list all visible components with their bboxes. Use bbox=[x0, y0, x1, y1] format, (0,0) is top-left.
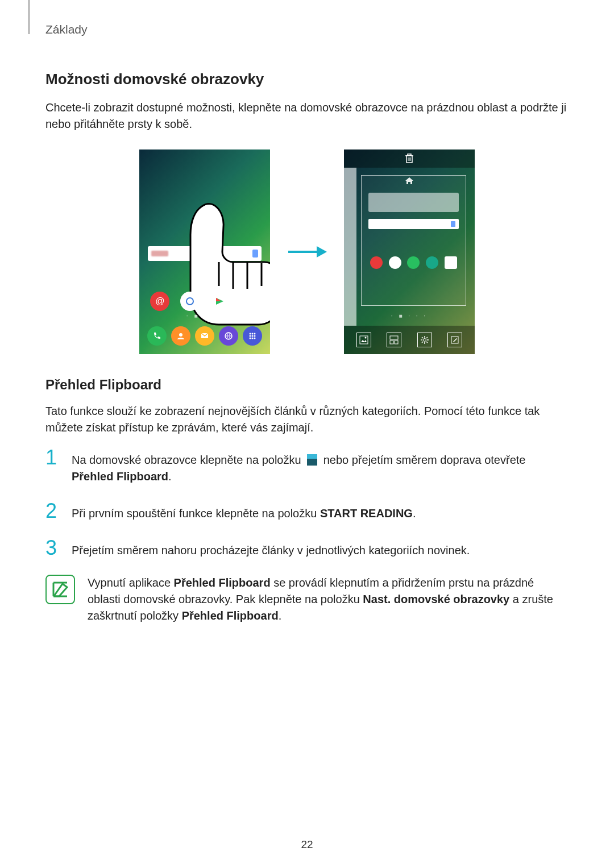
figure-row: @ · ■ · · · bbox=[45, 149, 569, 354]
svg-point-12 bbox=[250, 338, 251, 339]
edit-page-icon bbox=[447, 333, 462, 347]
svg-point-29 bbox=[423, 339, 426, 342]
svg-point-3 bbox=[179, 333, 182, 337]
step-1: 1 Na domovské obrazovce klepněte na polo… bbox=[45, 447, 569, 485]
adjacent-page-peek bbox=[344, 168, 356, 326]
svg-rect-23 bbox=[360, 336, 368, 344]
svg-point-11 bbox=[254, 335, 256, 337]
svg-point-7 bbox=[252, 333, 254, 335]
settings-icon bbox=[417, 333, 432, 347]
svg-marker-24 bbox=[361, 340, 367, 342]
step-number: 2 bbox=[45, 501, 61, 521]
step-3-text: Přejetím směrem nahoru procházejte článk… bbox=[72, 538, 470, 559]
svg-line-37 bbox=[422, 342, 423, 343]
home-page-thumbnail bbox=[361, 175, 466, 306]
widgets-icon bbox=[387, 333, 401, 347]
page-indicator: · ■ · · · bbox=[344, 313, 475, 319]
note-block: Vypnutí aplikace Přehled Flipboard se pr… bbox=[45, 575, 569, 624]
wallpapers-icon bbox=[356, 333, 371, 347]
svg-point-9 bbox=[250, 335, 251, 337]
svg-point-14 bbox=[254, 338, 256, 339]
step-number: 3 bbox=[45, 538, 61, 558]
phone-icon bbox=[147, 326, 167, 346]
page-number: 22 bbox=[0, 838, 614, 851]
manual-page: Základy Možnosti domovské obrazovky Chce… bbox=[0, 0, 614, 624]
apps-icon bbox=[243, 326, 262, 346]
step-number: 1 bbox=[45, 447, 61, 468]
app-icon-row-1: @ bbox=[145, 292, 264, 311]
svg-point-10 bbox=[252, 335, 254, 337]
app-icon bbox=[180, 292, 200, 311]
edit-topbar bbox=[344, 149, 475, 168]
breadcrumb: Základy bbox=[45, 23, 569, 36]
svg-point-25 bbox=[364, 337, 366, 339]
section1-paragraph: Chcete-li zobrazit dostupné možnosti, kl… bbox=[45, 99, 569, 132]
svg-rect-26 bbox=[390, 336, 398, 339]
svg-line-36 bbox=[426, 337, 428, 338]
section-title-home-options: Možnosti domovské obrazovky bbox=[45, 70, 569, 88]
step-2: 2 Při prvním spouštění funkce klepněte n… bbox=[45, 501, 569, 522]
svg-rect-28 bbox=[395, 340, 398, 344]
svg-marker-16 bbox=[317, 246, 327, 258]
svg-line-35 bbox=[426, 342, 428, 343]
svg-point-0 bbox=[186, 298, 193, 305]
svg-rect-40 bbox=[307, 454, 317, 459]
page-indicator: · ■ · · · bbox=[139, 313, 270, 319]
svg-point-6 bbox=[250, 333, 251, 335]
edit-toolbar bbox=[344, 326, 475, 354]
subsection-title-flipboard: Přehled Flipboard bbox=[45, 377, 569, 393]
trash-icon bbox=[405, 153, 414, 164]
note-text: Vypnutí aplikace Přehled Flipboard se pr… bbox=[88, 575, 569, 624]
svg-point-8 bbox=[254, 333, 256, 335]
internet-icon bbox=[219, 326, 238, 346]
svg-rect-27 bbox=[390, 340, 393, 344]
step-2-text: Při prvním spouštění funkce klepněte na … bbox=[72, 501, 416, 522]
dock-row bbox=[145, 326, 264, 346]
svg-rect-19 bbox=[408, 154, 411, 156]
messages-icon bbox=[195, 326, 214, 346]
svg-line-34 bbox=[422, 337, 423, 338]
section2-paragraph: Tato funkce slouží ke zobrazení nejnověj… bbox=[45, 403, 569, 436]
step-1-text: Na domovské obrazovce klepněte na položk… bbox=[72, 447, 569, 485]
page-edge-marker bbox=[28, 0, 30, 34]
home-panel-icon bbox=[306, 454, 318, 466]
contacts-icon bbox=[171, 326, 190, 346]
arrow-icon bbox=[287, 243, 327, 260]
note-icon bbox=[45, 575, 75, 604]
figure-home-screen-edit-mode: · ■ · · · bbox=[344, 149, 475, 354]
app-icon: @ bbox=[150, 292, 169, 311]
step-3: 3 Přejetím směrem nahoru procházejte člá… bbox=[45, 538, 569, 559]
app-icon bbox=[210, 292, 229, 311]
figure-home-screen-longpress: @ · ■ · · · bbox=[139, 149, 270, 354]
svg-point-13 bbox=[252, 338, 254, 339]
